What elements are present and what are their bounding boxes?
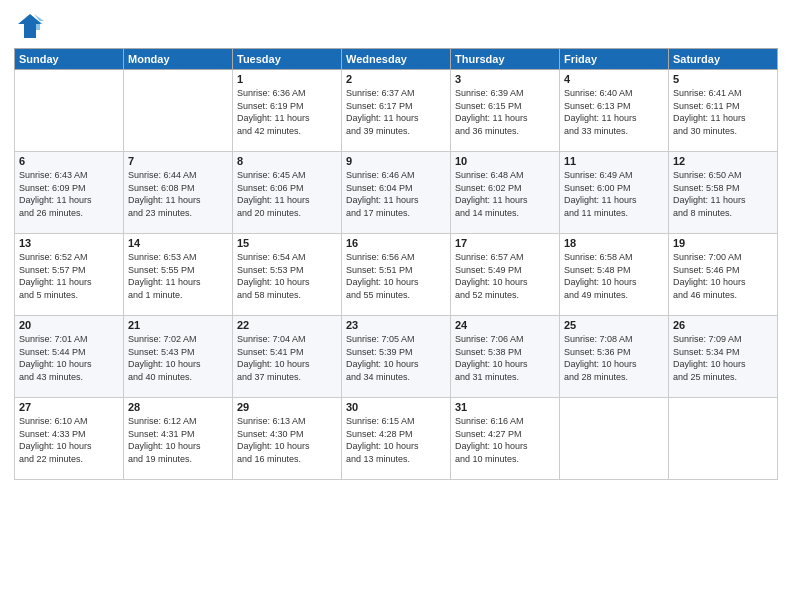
header: [14, 10, 778, 42]
day-info: Sunrise: 7:06 AM Sunset: 5:38 PM Dayligh…: [455, 333, 555, 383]
day-info: Sunrise: 6:36 AM Sunset: 6:19 PM Dayligh…: [237, 87, 337, 137]
day-number: 7: [128, 155, 228, 167]
calendar-cell: 8Sunrise: 6:45 AM Sunset: 6:06 PM Daylig…: [233, 152, 342, 234]
calendar-cell: 13Sunrise: 6:52 AM Sunset: 5:57 PM Dayli…: [15, 234, 124, 316]
calendar-cell: 20Sunrise: 7:01 AM Sunset: 5:44 PM Dayli…: [15, 316, 124, 398]
day-info: Sunrise: 6:49 AM Sunset: 6:00 PM Dayligh…: [564, 169, 664, 219]
day-number: 23: [346, 319, 446, 331]
day-number: 1: [237, 73, 337, 85]
calendar-cell: 31Sunrise: 6:16 AM Sunset: 4:27 PM Dayli…: [451, 398, 560, 480]
calendar-cell: [15, 70, 124, 152]
calendar-cell: 7Sunrise: 6:44 AM Sunset: 6:08 PM Daylig…: [124, 152, 233, 234]
day-info: Sunrise: 6:54 AM Sunset: 5:53 PM Dayligh…: [237, 251, 337, 301]
day-number: 30: [346, 401, 446, 413]
day-number: 16: [346, 237, 446, 249]
day-number: 3: [455, 73, 555, 85]
day-info: Sunrise: 7:00 AM Sunset: 5:46 PM Dayligh…: [673, 251, 773, 301]
weekday-header-wednesday: Wednesday: [342, 49, 451, 70]
calendar-cell: 23Sunrise: 7:05 AM Sunset: 5:39 PM Dayli…: [342, 316, 451, 398]
day-number: 31: [455, 401, 555, 413]
calendar-cell: 26Sunrise: 7:09 AM Sunset: 5:34 PM Dayli…: [669, 316, 778, 398]
calendar-cell: 2Sunrise: 6:37 AM Sunset: 6:17 PM Daylig…: [342, 70, 451, 152]
calendar-cell: 15Sunrise: 6:54 AM Sunset: 5:53 PM Dayli…: [233, 234, 342, 316]
day-info: Sunrise: 7:08 AM Sunset: 5:36 PM Dayligh…: [564, 333, 664, 383]
calendar-cell: 17Sunrise: 6:57 AM Sunset: 5:49 PM Dayli…: [451, 234, 560, 316]
calendar-cell: 22Sunrise: 7:04 AM Sunset: 5:41 PM Dayli…: [233, 316, 342, 398]
weekday-header-friday: Friday: [560, 49, 669, 70]
day-info: Sunrise: 7:04 AM Sunset: 5:41 PM Dayligh…: [237, 333, 337, 383]
calendar-cell: 6Sunrise: 6:43 AM Sunset: 6:09 PM Daylig…: [15, 152, 124, 234]
day-number: 18: [564, 237, 664, 249]
day-info: Sunrise: 6:52 AM Sunset: 5:57 PM Dayligh…: [19, 251, 119, 301]
day-info: Sunrise: 6:44 AM Sunset: 6:08 PM Dayligh…: [128, 169, 228, 219]
day-info: Sunrise: 6:37 AM Sunset: 6:17 PM Dayligh…: [346, 87, 446, 137]
weekday-header-monday: Monday: [124, 49, 233, 70]
day-number: 10: [455, 155, 555, 167]
calendar-cell: 24Sunrise: 7:06 AM Sunset: 5:38 PM Dayli…: [451, 316, 560, 398]
calendar-cell: 9Sunrise: 6:46 AM Sunset: 6:04 PM Daylig…: [342, 152, 451, 234]
day-number: 11: [564, 155, 664, 167]
day-info: Sunrise: 7:09 AM Sunset: 5:34 PM Dayligh…: [673, 333, 773, 383]
day-info: Sunrise: 6:58 AM Sunset: 5:48 PM Dayligh…: [564, 251, 664, 301]
day-number: 27: [19, 401, 119, 413]
day-number: 21: [128, 319, 228, 331]
weekday-header-sunday: Sunday: [15, 49, 124, 70]
day-number: 22: [237, 319, 337, 331]
day-info: Sunrise: 6:13 AM Sunset: 4:30 PM Dayligh…: [237, 415, 337, 465]
day-number: 14: [128, 237, 228, 249]
calendar-cell: 19Sunrise: 7:00 AM Sunset: 5:46 PM Dayli…: [669, 234, 778, 316]
day-info: Sunrise: 6:43 AM Sunset: 6:09 PM Dayligh…: [19, 169, 119, 219]
day-number: 12: [673, 155, 773, 167]
day-info: Sunrise: 6:46 AM Sunset: 6:04 PM Dayligh…: [346, 169, 446, 219]
calendar-cell: 11Sunrise: 6:49 AM Sunset: 6:00 PM Dayli…: [560, 152, 669, 234]
day-info: Sunrise: 6:45 AM Sunset: 6:06 PM Dayligh…: [237, 169, 337, 219]
day-number: 28: [128, 401, 228, 413]
calendar-header-row: SundayMondayTuesdayWednesdayThursdayFrid…: [15, 49, 778, 70]
day-info: Sunrise: 6:40 AM Sunset: 6:13 PM Dayligh…: [564, 87, 664, 137]
day-info: Sunrise: 6:12 AM Sunset: 4:31 PM Dayligh…: [128, 415, 228, 465]
day-number: 15: [237, 237, 337, 249]
day-info: Sunrise: 6:57 AM Sunset: 5:49 PM Dayligh…: [455, 251, 555, 301]
day-number: 29: [237, 401, 337, 413]
day-info: Sunrise: 7:01 AM Sunset: 5:44 PM Dayligh…: [19, 333, 119, 383]
calendar-cell: 4Sunrise: 6:40 AM Sunset: 6:13 PM Daylig…: [560, 70, 669, 152]
calendar-cell: [124, 70, 233, 152]
calendar-cell: 12Sunrise: 6:50 AM Sunset: 5:58 PM Dayli…: [669, 152, 778, 234]
day-info: Sunrise: 6:39 AM Sunset: 6:15 PM Dayligh…: [455, 87, 555, 137]
calendar-cell: [560, 398, 669, 480]
calendar-week-row: 20Sunrise: 7:01 AM Sunset: 5:44 PM Dayli…: [15, 316, 778, 398]
day-number: 17: [455, 237, 555, 249]
day-info: Sunrise: 7:02 AM Sunset: 5:43 PM Dayligh…: [128, 333, 228, 383]
logo-icon: [14, 10, 46, 42]
calendar-cell: 10Sunrise: 6:48 AM Sunset: 6:02 PM Dayli…: [451, 152, 560, 234]
calendar-cell: 29Sunrise: 6:13 AM Sunset: 4:30 PM Dayli…: [233, 398, 342, 480]
day-info: Sunrise: 6:16 AM Sunset: 4:27 PM Dayligh…: [455, 415, 555, 465]
calendar-cell: 28Sunrise: 6:12 AM Sunset: 4:31 PM Dayli…: [124, 398, 233, 480]
calendar-table: SundayMondayTuesdayWednesdayThursdayFrid…: [14, 48, 778, 480]
calendar-cell: [669, 398, 778, 480]
calendar-cell: 14Sunrise: 6:53 AM Sunset: 5:55 PM Dayli…: [124, 234, 233, 316]
day-number: 26: [673, 319, 773, 331]
day-info: Sunrise: 6:56 AM Sunset: 5:51 PM Dayligh…: [346, 251, 446, 301]
day-number: 5: [673, 73, 773, 85]
calendar-cell: 21Sunrise: 7:02 AM Sunset: 5:43 PM Dayli…: [124, 316, 233, 398]
day-info: Sunrise: 6:48 AM Sunset: 6:02 PM Dayligh…: [455, 169, 555, 219]
calendar-cell: 3Sunrise: 6:39 AM Sunset: 6:15 PM Daylig…: [451, 70, 560, 152]
calendar-week-row: 27Sunrise: 6:10 AM Sunset: 4:33 PM Dayli…: [15, 398, 778, 480]
calendar-cell: 16Sunrise: 6:56 AM Sunset: 5:51 PM Dayli…: [342, 234, 451, 316]
calendar-cell: 25Sunrise: 7:08 AM Sunset: 5:36 PM Dayli…: [560, 316, 669, 398]
day-info: Sunrise: 6:15 AM Sunset: 4:28 PM Dayligh…: [346, 415, 446, 465]
day-number: 25: [564, 319, 664, 331]
day-number: 24: [455, 319, 555, 331]
day-number: 19: [673, 237, 773, 249]
day-number: 9: [346, 155, 446, 167]
day-number: 20: [19, 319, 119, 331]
weekday-header-saturday: Saturday: [669, 49, 778, 70]
calendar-cell: 30Sunrise: 6:15 AM Sunset: 4:28 PM Dayli…: [342, 398, 451, 480]
calendar-week-row: 13Sunrise: 6:52 AM Sunset: 5:57 PM Dayli…: [15, 234, 778, 316]
day-number: 13: [19, 237, 119, 249]
day-number: 8: [237, 155, 337, 167]
weekday-header-thursday: Thursday: [451, 49, 560, 70]
logo: [14, 10, 50, 42]
weekday-header-tuesday: Tuesday: [233, 49, 342, 70]
